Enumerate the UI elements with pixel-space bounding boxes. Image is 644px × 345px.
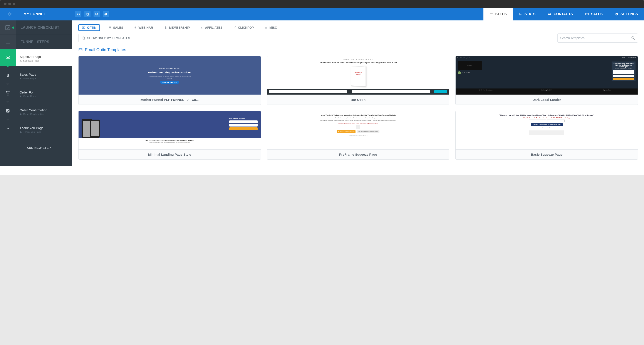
sidebar: LAUNCH CHECKLIST FUNNEL STEPS Squeeze Pa… [0,20,72,166]
svg-text:?: ? [105,13,106,15]
template-thumbnail: Mother Funnel Secrets Passive Income Aca… [78,56,261,95]
checklist-icon [5,25,11,30]
dollar-icon: $ [6,72,10,78]
main-content: OPTIN SALES WEBINAR MEMBERSHIP $AFFILIAT… [72,20,644,166]
pill-membership[interactable]: MEMBERSHIP [161,24,192,31]
template-card[interactable]: Here's The Cold Truth About Marketing On… [267,111,450,160]
svg-text:$: $ [7,73,9,78]
template-caption: Dark Local Lander [456,95,638,105]
funnel-steps-row[interactable]: FUNNEL STEPS [0,35,72,49]
show-only-my-templates-toggle[interactable]: SHOW ONLY MY TEMPLATES [78,34,552,42]
tab-stats[interactable]: STATS [513,8,542,20]
pill-clickpop[interactable]: CLICKPOP [230,24,256,31]
help-button[interactable]: ? [103,11,109,17]
browser-chrome [0,0,644,8]
copy-button[interactable] [84,11,90,17]
copy-icon [86,12,89,16]
external-link-button[interactable] [94,11,100,17]
cart-icon [108,26,112,29]
tab-label: STATS [524,12,536,16]
step-title: Order Confirmation [20,108,68,112]
pill-optin[interactable]: OPTIN [78,24,100,31]
template-thumbnail: Get Instant Access The Four Steps to Inc… [78,111,261,149]
help-icon: ? [104,12,107,16]
tab-label: SALES [591,12,603,16]
plus-icon [22,146,24,149]
topbar-actions: ? [72,8,112,20]
section-title: Email Optin Templates [72,45,644,56]
template-card[interactable]: Mother Funnel Secrets Passive Income Aca… [78,56,261,105]
users-icon [548,12,552,16]
document-icon [82,36,85,40]
step-subtitle: Order Confirmation [20,113,68,115]
step-subtitle: Squeeze Page [20,59,68,62]
mail-icon [82,26,85,29]
check-icon [6,109,10,113]
external-link-icon [95,12,98,16]
tab-label: CONTACTS [554,12,573,16]
menu-icon [5,39,10,44]
pill-webinar[interactable]: WEBINAR [132,24,156,31]
pill-sales[interactable]: SALES [106,24,126,31]
step-sales-page[interactable]: $ Sales Page Sales Page [0,67,72,83]
search-icon [631,36,635,40]
funnel-title: MY FUNNEL [19,8,72,20]
dollar-icon: $ [200,26,203,29]
svg-point-9 [632,36,634,39]
pill-affiliates[interactable]: $AFFILIATES [198,24,225,31]
template-card[interactable]: Get Instant Access The Four Steps to Inc… [78,111,261,160]
template-caption: Bar Optin [267,95,449,105]
template-card[interactable]: DOWNLOAD THIS FREE REPORT: Lorem ipsum d… [267,56,450,105]
template-thumbnail: Local Marketing Masters Call Us: 1-444-3… [456,56,638,95]
step-order-confirmation[interactable]: Order Confirmation Order Confirmation [0,103,72,119]
warning-icon [20,95,22,97]
step-title: Order Form [20,90,68,94]
window-dot [4,2,6,5]
download-icon [6,126,10,131]
add-step-label: ADD NEW STEP [27,146,51,150]
step-order-form[interactable]: Order Form Order Form [0,85,72,101]
launch-checklist-label: LAUNCH CHECKLIST [16,20,72,34]
link-icon [77,12,80,16]
step-subtitle: Sales Page [20,77,68,80]
cart-icon [6,91,10,95]
settings-gear-button[interactable] [0,8,19,20]
tab-steps[interactable]: STEPS [484,8,512,20]
tab-label: STEPS [495,12,506,16]
window-dot [8,2,11,5]
tab-settings[interactable]: SETTINGS [609,8,644,20]
step-squeeze-page[interactable]: Squeeze Page Squeeze Page [0,49,72,66]
search-templates-field[interactable] [558,33,638,43]
tab-contacts[interactable]: CONTACTS [542,8,579,20]
tab-sales[interactable]: SALES [579,8,609,20]
search-input[interactable] [560,36,631,40]
template-grid: Mother Funnel Secrets Passive Income Aca… [72,56,644,166]
add-new-step-button[interactable]: ADD NEW STEP [4,143,68,153]
money-icon [585,12,589,16]
list-icon [264,26,268,29]
template-caption: Basic Squeeze Page [456,149,638,159]
svg-text:$: $ [201,26,202,29]
step-title: Sales Page [20,73,68,76]
graduation-icon [164,26,167,29]
show-only-label: SHOW ONLY MY TEMPLATES [87,36,130,40]
template-thumbnail: "Discover How a 17 Year Old Kid Made Mor… [456,111,638,149]
template-thumbnail: Here's The Cold Truth About Marketing On… [267,111,449,149]
step-thank-you-page[interactable]: Thank You Page Thank You Page [0,120,72,137]
step-subtitle: Order Form [20,95,68,98]
template-card[interactable]: "Discover How a 17 Year Old Kid Made Mor… [455,111,638,160]
launch-checklist-row[interactable]: LAUNCH CHECKLIST [0,20,72,35]
mail-icon [78,48,83,52]
template-caption: PreFrame Squeeze Page [267,149,449,159]
top-bar: MY FUNNEL ? STEPS STATS CONTACTS SALES [0,8,644,20]
svg-point-3 [586,14,588,14]
template-card[interactable]: Local Marketing Masters Call Us: 1-444-3… [455,56,638,105]
link-button[interactable] [75,11,81,17]
warning-icon [20,77,22,79]
pill-misc[interactable]: MISC [262,24,280,31]
chart-icon [519,12,522,16]
template-caption: Mother Funnel PLF FUNNEL - 7 - Ca... [78,95,261,105]
tab-label: SETTINGS [620,12,638,16]
external-icon [233,26,236,29]
list-icon [490,12,493,16]
